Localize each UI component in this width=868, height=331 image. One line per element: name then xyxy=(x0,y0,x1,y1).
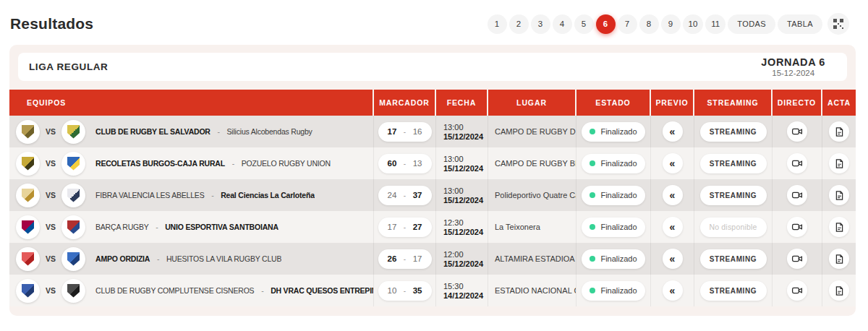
tabla-button[interactable]: TABLA xyxy=(778,14,822,34)
streaming-button[interactable]: STREAMING xyxy=(700,249,767,269)
streaming-button[interactable]: STREAMING xyxy=(700,281,767,301)
lugar-cell: CAMPO DE RUGBY DE P... xyxy=(488,116,576,147)
league-label: LIGA REGULAR xyxy=(29,61,108,72)
page-button-1[interactable]: 1 xyxy=(488,14,507,34)
pagination: 1 2 3 4 5 6 7 8 9 10 11 TODAS TABLA xyxy=(488,13,858,35)
directo-button[interactable] xyxy=(787,153,807,173)
status-dot-icon xyxy=(590,256,595,262)
page-button-8[interactable]: 8 xyxy=(639,14,659,34)
acta-button[interactable] xyxy=(829,153,849,173)
page-button-7[interactable]: 7 xyxy=(618,14,637,34)
acta-button[interactable] xyxy=(829,249,849,269)
top-bar: Resultados 1 2 3 4 5 6 7 8 9 10 11 TODAS… xyxy=(0,0,868,38)
streaming-cell: STREAMING xyxy=(694,243,773,275)
away-team-name[interactable]: DH VRAC QUESOS ENTREPINARES xyxy=(271,286,373,295)
directo-cell xyxy=(773,243,822,275)
video-camera-icon xyxy=(791,253,803,265)
equipos-cell: VS BARÇA RUGBY - UNIO ESPORTIVA SANTBOIA… xyxy=(9,211,374,243)
away-team-name[interactable]: HUESITOS LA VILA RUGBY CLUB xyxy=(166,254,281,263)
home-team-logo xyxy=(16,247,40,271)
document-icon xyxy=(834,254,845,265)
previo-cell: « xyxy=(651,211,694,243)
page-button-6-active[interactable]: 6 xyxy=(596,14,616,34)
page-button-5[interactable]: 5 xyxy=(574,14,594,34)
column-header-acta: ACTA xyxy=(822,90,856,116)
table-row: VS FIBRA VALENCIA LES ABELLES - Real Cie… xyxy=(9,179,856,211)
previo-button[interactable]: « xyxy=(663,153,683,173)
page-button-2[interactable]: 2 xyxy=(509,14,529,34)
score-pill: 26 - 17 xyxy=(378,249,432,269)
matchup-names: FIBRA VALENCIA LES ABELLES - Real Cienci… xyxy=(95,191,315,199)
home-team-name[interactable]: FIBRA VALENCIA LES ABELLES xyxy=(95,191,204,199)
away-team-logo xyxy=(61,152,85,176)
previo-button[interactable]: « xyxy=(663,249,683,269)
match-date: 14/12/2024 xyxy=(443,291,483,300)
home-team-name[interactable]: AMPO ORDIZIA xyxy=(95,254,150,263)
page-button-11[interactable]: 11 xyxy=(705,14,726,34)
status-text: Finalizado xyxy=(600,127,637,136)
away-team-logo xyxy=(61,184,85,207)
away-score: 37 xyxy=(413,191,422,199)
away-score: 35 xyxy=(413,286,422,295)
match-time: 12:00 xyxy=(443,250,464,259)
status-dot-icon xyxy=(590,160,595,166)
away-team-name[interactable]: POZUELO RUGBY UNION xyxy=(242,159,331,168)
status-dot-icon xyxy=(590,224,595,230)
previo-button[interactable]: « xyxy=(663,121,683,142)
table-row: VS RECOLETAS BURGOS-CAJA RURAL - POZUELO… xyxy=(9,147,856,179)
directo-button[interactable] xyxy=(787,121,807,142)
acta-button[interactable] xyxy=(829,280,849,301)
directo-button[interactable] xyxy=(787,185,807,205)
acta-button[interactable] xyxy=(829,121,849,142)
page-button-4[interactable]: 4 xyxy=(553,14,572,34)
home-team-name[interactable]: BARÇA RUGBY xyxy=(95,223,148,231)
home-team-crest-icon xyxy=(22,284,34,298)
todas-button[interactable]: TODAS xyxy=(728,14,775,34)
vs-label: VS xyxy=(46,127,56,136)
home-team-crest-icon xyxy=(22,157,34,171)
home-team-name[interactable]: CLUB DE RUGBY COMPLUTENSE CISNEROS xyxy=(95,286,254,295)
previo-button[interactable]: « xyxy=(663,280,683,301)
table-row: VS CLUB DE RUGBY COMPLUTENSE CISNEROS - … xyxy=(9,275,856,306)
team-separator: - xyxy=(156,223,158,231)
home-score: 24 xyxy=(388,191,397,199)
previo-cell: « xyxy=(651,275,694,306)
rewind-icon: « xyxy=(670,158,676,168)
rewind-icon: « xyxy=(670,254,676,264)
matchup-names: CLUB DE RUGBY EL SALVADOR - Silicius Alc… xyxy=(95,127,312,136)
rewind-icon: « xyxy=(670,222,676,232)
streaming-unavailable-label: No disponible xyxy=(700,218,767,237)
previo-button[interactable]: « xyxy=(663,217,683,237)
streaming-cell: STREAMING xyxy=(694,116,773,147)
qr-code-button[interactable] xyxy=(827,13,849,35)
streaming-button[interactable]: STREAMING xyxy=(700,122,767,142)
status-text: Finalizado xyxy=(600,254,637,263)
page-button-9[interactable]: 9 xyxy=(661,14,681,34)
home-team-name[interactable]: CLUB DE RUGBY EL SALVADOR xyxy=(95,127,210,136)
previo-button[interactable]: « xyxy=(663,185,683,205)
page-button-10[interactable]: 10 xyxy=(683,14,704,34)
away-team-name[interactable]: UNIO ESPORTIVA SANTBOIANA xyxy=(165,223,278,231)
team-separator: - xyxy=(261,286,263,295)
directo-button[interactable] xyxy=(787,280,807,301)
document-icon xyxy=(834,158,845,169)
directo-cell xyxy=(773,211,822,243)
column-header-fecha: FECHA xyxy=(436,90,488,116)
previo-cell: « xyxy=(651,116,694,147)
video-camera-icon xyxy=(791,221,803,233)
directo-button[interactable] xyxy=(787,249,807,269)
acta-button[interactable] xyxy=(829,217,849,237)
away-team-name[interactable]: Real Ciencias La Carloteña xyxy=(221,191,315,199)
estado-cell: Finalizado xyxy=(576,211,651,243)
page-button-3[interactable]: 3 xyxy=(531,14,550,34)
streaming-button[interactable]: STREAMING xyxy=(700,186,767,205)
acta-button[interactable] xyxy=(829,185,849,205)
status-text: Finalizado xyxy=(600,286,637,295)
away-team-name[interactable]: Silicius Alcobendas Rugby xyxy=(227,127,312,136)
streaming-button[interactable]: STREAMING xyxy=(700,154,767,173)
home-team-name[interactable]: RECOLETAS BURGOS-CAJA RURAL xyxy=(95,159,225,168)
rewind-icon: « xyxy=(670,126,676,137)
status-text: Finalizado xyxy=(600,159,637,168)
estado-cell: Finalizado xyxy=(576,179,651,211)
directo-button[interactable] xyxy=(787,217,807,237)
